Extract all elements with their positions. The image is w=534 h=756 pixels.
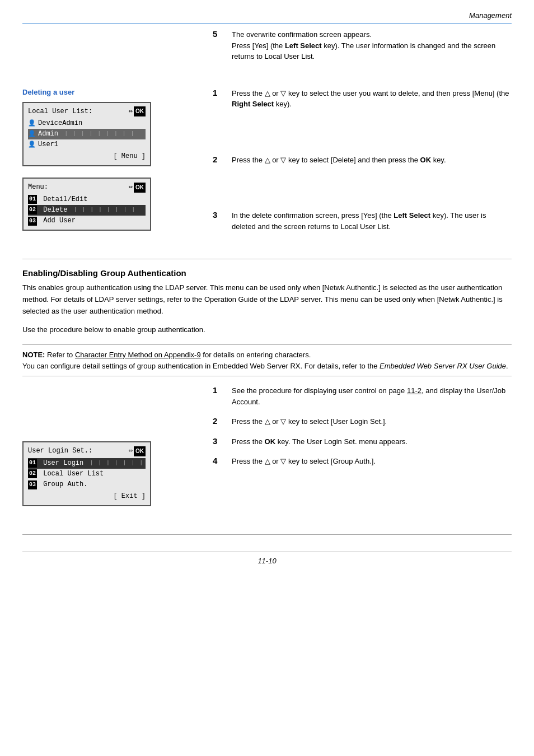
enable-step-3-text: Press the OK key. The User Login Set. me…	[232, 436, 512, 447]
delete-step-1-bold: Right Select	[232, 100, 274, 108]
delete-step-3-row: 3 In the delete confirmation screen, pre…	[213, 210, 512, 232]
delete-step-1-number: 1	[213, 88, 226, 97]
enabling-title: Enabling/Disabling Group Authentication	[22, 268, 512, 278]
delete-step-2-number: 2	[213, 155, 226, 164]
step-5-text: The overwrite confirmation screen appear…	[232, 29, 512, 62]
lcd-delete-label: Delete	[39, 205, 67, 216]
lcd-admin-label: Admin	[38, 129, 58, 139]
note-line2-text: You can configure detail settings of gro…	[22, 362, 380, 370]
page-number: 11-10	[22, 552, 512, 565]
enable-step-3-post: key. The User Login Set. menu appears.	[275, 437, 407, 446]
lcd-screen-2: Menu: ⇔ OK 01 Detail/Edit 02 Delete | | …	[22, 178, 151, 231]
note-line1: NOTE: Refer to Character Entry Method on…	[22, 349, 512, 361]
delete-step-1-row: 1 Press the △ or ▽ key to select the use…	[213, 88, 512, 110]
note-line2: You can configure detail settings of gro…	[22, 361, 512, 372]
ok-box-2: OK	[134, 183, 146, 193]
step-5-press: Press [Yes] (the	[232, 41, 285, 50]
ok-badge-3: ⇔ OK	[129, 446, 146, 456]
step-5-line1: The overwrite confirmation screen appear…	[232, 29, 512, 40]
note-line2-end: .	[506, 362, 508, 370]
delete-step-2-row: 2 Press the △ or ▽ key to select [Delete…	[213, 155, 512, 166]
tick-marks-1: | | | | | | | | |	[60, 130, 135, 138]
lcd-groupauth-label: Group Auth.	[39, 479, 87, 490]
lcd-row-deviceadmin: DeviceAdmin	[28, 118, 146, 129]
ok-badge-1: ⇔ OK	[129, 106, 146, 117]
delete-step-2-post: key.	[431, 156, 446, 164]
num-badge-s3-02: 02	[28, 469, 37, 478]
user-icon-3: 👤	[28, 140, 36, 150]
lcd-add-user-label: Add User	[39, 216, 76, 226]
lcd-row-groupauth: 03 Group Auth.	[28, 479, 146, 490]
lcd-detail-edit-label: Detail/Edit	[39, 194, 87, 205]
lcd-screen-1-title: Local User List:	[28, 106, 92, 117]
note-label: NOTE:	[22, 351, 45, 359]
page-header: Management	[22, 11, 512, 24]
lcd-userlogin-title: User Login Set.:	[28, 446, 92, 456]
enable-step-1-text: See the procedure for displaying user co…	[232, 385, 512, 407]
lcd-menu-title: Menu:	[28, 182, 48, 193]
delete-step-2-pre: Press the △ or ▽ key to select [Delete] …	[232, 156, 420, 164]
lcd-user1-label: User1	[38, 139, 58, 150]
note-box: NOTE: Refer to Character Entry Method on…	[22, 344, 512, 376]
delete-step-3-pre: In the delete confirmation screen, press…	[232, 211, 394, 220]
ok-badge-2: ⇔ OK	[129, 182, 146, 193]
enabling-section: Enabling/Disabling Group Authentication …	[22, 268, 512, 517]
delete-step-2-bold: OK	[420, 156, 432, 164]
lcd-screen-3-header: User Login Set.: ⇔ OK	[28, 446, 146, 456]
enable-step-4-text: Press the △ or ▽ key to select [Group Au…	[232, 456, 512, 467]
enable-step-1-row: 1 See the procedure for displaying user …	[213, 385, 512, 407]
delete-step-3-number: 3	[213, 210, 226, 220]
enable-step-2-number: 2	[213, 416, 226, 426]
note-italic: Embedded Web Server RX User Guide	[380, 362, 506, 370]
user-icon-1	[28, 118, 36, 129]
lcd-row-delete: 02 Delete | | | | | | | |	[28, 205, 146, 216]
enable-step-1-link: 11-2	[407, 386, 421, 395]
note-text2: for details on entering characters.	[203, 351, 311, 359]
lcd-row-user1: 👤 User1	[28, 139, 146, 150]
delete-step-1-text: Press the △ or ▽ key to select the user …	[232, 88, 512, 110]
arrow-icon-3: ⇔	[129, 446, 133, 456]
lcd-row-detail-edit: 01 Detail/Edit	[28, 194, 146, 205]
delete-step-1-post: key).	[274, 100, 292, 108]
num-badge-03: 03	[28, 217, 37, 226]
header-title: Management	[469, 11, 512, 20]
lcd-row-admin: 👤 Admin | | | | | | | | |	[28, 129, 146, 139]
lcd-deviceadmin-label: DeviceAdmin	[38, 118, 82, 129]
enable-step-2-row: 2 Press the △ or ▽ key to select [User L…	[213, 416, 512, 427]
deleting-user-left: Deleting a user Local User List: ⇔ OK De…	[22, 88, 202, 242]
tick-marks-2: | | | | | | | |	[69, 206, 135, 214]
enabling-desc2: Use the procedure below to enable group …	[22, 324, 512, 336]
arrow-icon-1: ⇔	[129, 106, 133, 117]
enabling-two-col: User Login Set.: ⇔ OK 01 User Login | | …	[22, 385, 512, 517]
deleting-user-right: 1 Press the △ or ▽ key to select the use…	[213, 88, 512, 242]
lcd-screen-1-header: Local User List: ⇔ OK	[28, 106, 146, 117]
lcd-screen-2-header: Menu: ⇔ OK	[28, 182, 146, 193]
section-divider-2	[22, 534, 512, 535]
enable-step-1-pre: See the procedure for displaying user co…	[232, 386, 407, 395]
step-5-line2: Press [Yes] (the Left Select key). The u…	[232, 40, 512, 62]
step-5-row: 5 The overwrite confirmation screen appe…	[213, 29, 512, 62]
lcd-row-add-user: 03 Add User	[28, 216, 146, 226]
deleting-user-section: Deleting a user Local User List: ⇔ OK De…	[22, 88, 512, 242]
lcd-row-userlogin: 01 User Login | | | | | | |	[28, 458, 146, 469]
step-5-bold: Left Select	[285, 41, 322, 50]
lcd-localuserlist-label: Local User List	[39, 469, 104, 479]
lcd-screen-1: Local User List: ⇔ OK DeviceAdmin 👤 Admi…	[22, 102, 151, 167]
enable-step-2-text: Press the △ or ▽ key to select [User Log…	[232, 416, 512, 427]
delete-step-3-bold: Left Select	[394, 211, 430, 220]
ok-box-3: OK	[134, 446, 146, 456]
lcd-screen-3-footer: [ Exit ]	[28, 491, 146, 502]
note-link: Character Entry Method on Appendix-9	[75, 351, 201, 359]
lcd-screen-3: User Login Set.: ⇔ OK 01 User Login | | …	[22, 441, 151, 506]
ok-box-1: OK	[134, 106, 146, 116]
num-badge-01: 01	[28, 195, 37, 204]
enable-step-3-number: 3	[213, 436, 226, 446]
enable-step-4-row: 4 Press the △ or ▽ key to select [Group …	[213, 456, 512, 467]
lcd-footer-1-text: [ Menu ]	[113, 152, 146, 160]
num-badge-s3-01: 01	[28, 459, 37, 468]
arrow-icon-2: ⇔	[129, 182, 133, 193]
enable-step-3-pre: Press the	[232, 437, 265, 446]
section-divider-1	[22, 259, 512, 259]
delete-step-2-text: Press the △ or ▽ key to select [Delete] …	[232, 155, 512, 166]
lcd-screen-1-footer: [ Menu ]	[28, 151, 146, 162]
